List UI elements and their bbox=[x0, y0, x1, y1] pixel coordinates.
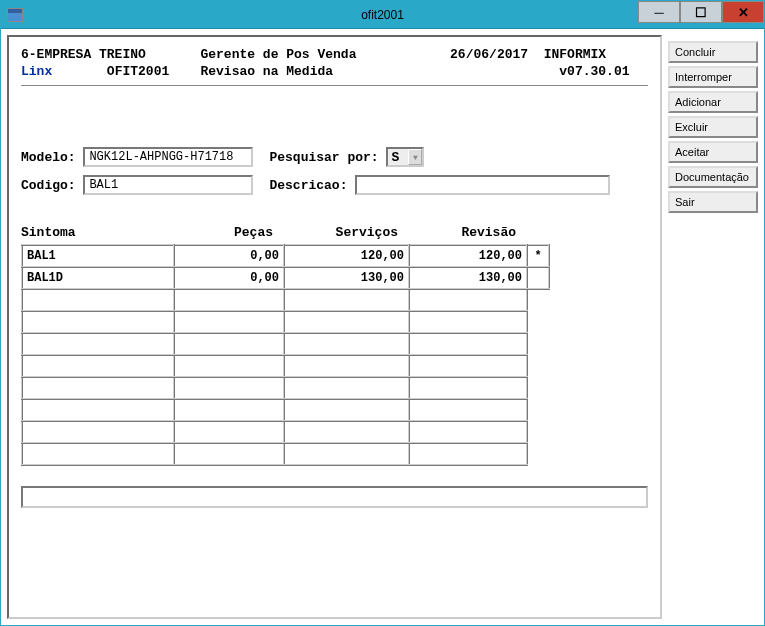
pesquisar-dropdown[interactable]: S ▼ bbox=[386, 147, 424, 167]
cell-servicos[interactable] bbox=[284, 399, 409, 421]
cell-pecas[interactable]: 0,00 bbox=[174, 267, 284, 289]
application-window: ofit2001 ─ ☐ ✕ 6-EMPRESA TREINO Gerente … bbox=[0, 0, 765, 626]
table-row[interactable] bbox=[22, 399, 549, 421]
col-header-sintoma: Sintoma bbox=[21, 225, 173, 240]
descricao-label: Descricao: bbox=[269, 178, 355, 193]
adicionar-button[interactable]: Adicionar bbox=[668, 91, 758, 113]
cell-servicos[interactable] bbox=[284, 311, 409, 333]
cell-sintoma[interactable] bbox=[22, 399, 174, 421]
modelo-label: Modelo: bbox=[21, 150, 83, 165]
cell-revisao[interactable]: 130,00 bbox=[409, 267, 527, 289]
table-row[interactable] bbox=[22, 377, 549, 399]
documentacao-button[interactable]: Documentação bbox=[668, 166, 758, 188]
cell-sintoma[interactable]: BAL1D bbox=[22, 267, 174, 289]
table-row[interactable]: BAL1D0,00130,00130,00 bbox=[22, 267, 549, 289]
cell-servicos[interactable] bbox=[284, 355, 409, 377]
cell-sintoma[interactable]: BAL1 bbox=[22, 245, 174, 267]
sair-button[interactable]: Sair bbox=[668, 191, 758, 213]
modelo-input[interactable] bbox=[83, 147, 253, 167]
cell-revisao[interactable] bbox=[409, 399, 527, 421]
cell-sintoma[interactable] bbox=[22, 355, 174, 377]
aceitar-button[interactable]: Aceitar bbox=[668, 141, 758, 163]
cell-sintoma[interactable] bbox=[22, 377, 174, 399]
cell-servicos[interactable] bbox=[284, 333, 409, 355]
cell-pecas[interactable] bbox=[174, 333, 284, 355]
cell-revisao[interactable] bbox=[409, 333, 527, 355]
cell-pecas[interactable] bbox=[174, 399, 284, 421]
descricao-input[interactable] bbox=[355, 175, 610, 195]
header-line-2-rest: OFIT2001 Revisao na Medida v07.30.01 bbox=[52, 64, 629, 79]
cell-sintoma[interactable] bbox=[22, 289, 174, 311]
button-panel: Concluir Interromper Adicionar Excluir A… bbox=[668, 35, 758, 619]
interromper-button[interactable]: Interromper bbox=[668, 66, 758, 88]
table-row[interactable] bbox=[22, 355, 549, 377]
col-header-servicos: Serviços bbox=[283, 225, 408, 240]
table-row[interactable] bbox=[22, 311, 549, 333]
cell-revisao[interactable] bbox=[409, 355, 527, 377]
pesquisar-value: S bbox=[391, 150, 399, 165]
codigo-input[interactable] bbox=[83, 175, 253, 195]
cell-servicos[interactable] bbox=[284, 443, 409, 465]
codigo-label: Codigo: bbox=[21, 178, 83, 193]
cell-revisao[interactable]: 120,00 bbox=[409, 245, 527, 267]
close-button[interactable]: ✕ bbox=[722, 1, 764, 23]
header-line-2: Linx OFIT2001 Revisao na Medida v07.30.0… bbox=[21, 64, 648, 79]
pesquisar-label: Pesquisar por: bbox=[269, 150, 386, 165]
divider bbox=[21, 85, 648, 87]
titlebar[interactable]: ofit2001 ─ ☐ ✕ bbox=[1, 1, 764, 29]
cell-servicos[interactable] bbox=[284, 421, 409, 443]
table-row[interactable] bbox=[22, 443, 549, 465]
cell-pecas[interactable] bbox=[174, 311, 284, 333]
minimize-button[interactable]: ─ bbox=[638, 1, 680, 23]
cell-pecas[interactable] bbox=[174, 443, 284, 465]
cell-servicos[interactable]: 120,00 bbox=[284, 245, 409, 267]
cell-extra[interactable]: * bbox=[527, 245, 549, 267]
cell-revisao[interactable] bbox=[409, 377, 527, 399]
form-area: Modelo: Pesquisar por: S ▼ Codigo: Descr… bbox=[21, 147, 648, 203]
cell-pecas[interactable] bbox=[174, 289, 284, 311]
table-row[interactable] bbox=[22, 289, 549, 311]
table-row[interactable]: BAL10,00120,00120,00* bbox=[22, 245, 549, 267]
window-title: ofit2001 bbox=[361, 8, 404, 22]
header-line-1: 6-EMPRESA TREINO Gerente de Pos Venda 26… bbox=[21, 47, 648, 62]
col-header-revisao: Revisão bbox=[408, 225, 526, 240]
main-panel: 6-EMPRESA TREINO Gerente de Pos Venda 26… bbox=[7, 35, 662, 619]
status-bar bbox=[21, 486, 648, 508]
cell-pecas[interactable] bbox=[174, 421, 284, 443]
table-row[interactable] bbox=[22, 421, 549, 443]
cell-revisao[interactable] bbox=[409, 443, 527, 465]
excluir-button[interactable]: Excluir bbox=[668, 116, 758, 138]
cell-pecas[interactable] bbox=[174, 377, 284, 399]
cell-pecas[interactable] bbox=[174, 355, 284, 377]
col-header-pecas: Peças bbox=[173, 225, 283, 240]
cell-revisao[interactable] bbox=[409, 289, 527, 311]
app-icon bbox=[7, 8, 23, 22]
cell-revisao[interactable] bbox=[409, 311, 527, 333]
maximize-button[interactable]: ☐ bbox=[680, 1, 722, 23]
cell-sintoma[interactable] bbox=[22, 333, 174, 355]
cell-servicos[interactable] bbox=[284, 377, 409, 399]
chevron-down-icon: ▼ bbox=[408, 149, 422, 165]
cell-sintoma[interactable] bbox=[22, 443, 174, 465]
cell-sintoma[interactable] bbox=[22, 311, 174, 333]
cell-sintoma[interactable] bbox=[22, 421, 174, 443]
cell-extra[interactable] bbox=[527, 267, 549, 289]
cell-revisao[interactable] bbox=[409, 421, 527, 443]
cell-pecas[interactable]: 0,00 bbox=[174, 245, 284, 267]
cell-servicos[interactable]: 130,00 bbox=[284, 267, 409, 289]
table-row[interactable] bbox=[22, 333, 549, 355]
cell-servicos[interactable] bbox=[284, 289, 409, 311]
data-table: BAL10,00120,00120,00*BAL1D0,00130,00130,… bbox=[21, 244, 550, 466]
table-area: Sintoma Peças Serviços Revisão BAL10,001… bbox=[21, 225, 648, 466]
linx-label: Linx bbox=[21, 64, 52, 79]
window-body: 6-EMPRESA TREINO Gerente de Pos Venda 26… bbox=[1, 29, 764, 625]
concluir-button[interactable]: Concluir bbox=[668, 41, 758, 63]
